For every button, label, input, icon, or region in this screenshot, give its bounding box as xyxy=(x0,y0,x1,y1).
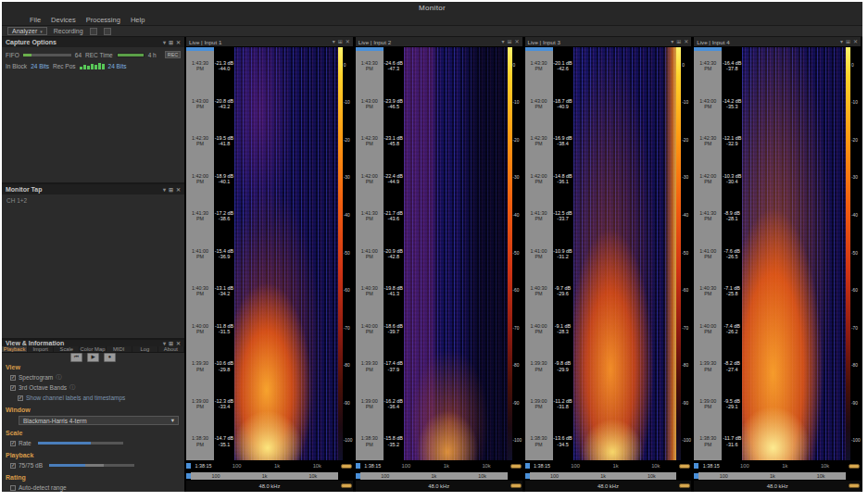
rec-button[interactable]: REC xyxy=(165,51,181,58)
menu-icon[interactable]: ▾ xyxy=(671,39,673,44)
rewind-button[interactable]: ⏮ xyxy=(70,353,82,362)
popout-icon[interactable]: ⊞ xyxy=(169,187,173,193)
scrollbar-track[interactable]: 1001k10k xyxy=(360,472,508,480)
menu-icon[interactable]: ▾ xyxy=(163,40,166,45)
samplerate-label: 48.0 kHz xyxy=(598,483,619,489)
legend-tick: -100 xyxy=(344,439,353,444)
time-suffix: PM xyxy=(192,216,208,221)
level-slider[interactable] xyxy=(38,442,123,445)
level-label: -9.7 dB-29.6 xyxy=(553,285,573,296)
level-slider[interactable] xyxy=(49,464,134,467)
horizontal-scrollbar[interactable]: 1001k10k xyxy=(694,471,861,481)
menu-icon[interactable]: ▾ xyxy=(501,39,504,44)
window-function-dropdown[interactable]: Blackman-Harris 4-term▾ xyxy=(19,416,179,425)
horizontal-scrollbar[interactable]: 1001k10k xyxy=(525,471,692,481)
tab-playback[interactable]: Playback xyxy=(2,346,28,352)
menu-icon[interactable]: ▾ xyxy=(333,39,335,44)
spectrogram-display[interactable] xyxy=(404,47,508,460)
spectrogram-display[interactable] xyxy=(742,47,846,460)
option-row: ✓3rd Octave Bandsⓘ xyxy=(2,382,184,393)
level-scale: -20.1 dB-42.6-18.7 dB-40.9-16.9 dB-38.4-… xyxy=(553,47,573,460)
tab-midi[interactable]: MIDI xyxy=(107,346,132,352)
scrollbar-track[interactable]: 1001k10k xyxy=(698,472,846,480)
range-down-button[interactable] xyxy=(341,483,352,488)
info-panel: View & Information ▾⊞✕ PlaybackImportSca… xyxy=(2,340,184,492)
close-icon[interactable]: ✕ xyxy=(514,39,519,44)
level-value-2: -35.2 xyxy=(384,442,404,447)
analyzer-dropdown[interactable]: Analyzer ▾ xyxy=(7,27,47,35)
menu-item-processing[interactable]: Processing xyxy=(86,16,120,24)
checkbox[interactable]: ✓ xyxy=(10,441,16,446)
level-label: -15.4 dB-36.9 xyxy=(214,248,234,259)
option-label: Rate xyxy=(19,440,31,446)
info-icon[interactable]: ⓘ xyxy=(56,373,61,382)
tab-scale[interactable]: Scale xyxy=(54,346,80,352)
frequency-ticks: 1001k10k xyxy=(555,463,677,469)
level-label: -17.2 dB-38.6 xyxy=(214,210,234,221)
legend-tick: -20 xyxy=(851,139,861,144)
legend-ticks: 0-10-20-30-40-50-60-70-80-90-100 xyxy=(343,47,353,460)
fifo-slider[interactable] xyxy=(23,54,71,56)
level-label: -24.6 dB-47.3 xyxy=(384,60,404,71)
level-label: -23.1 dB-45.8 xyxy=(384,135,404,146)
range-down-button[interactable] xyxy=(510,483,522,488)
capture-row-fifo: FIFO 64 REC Time 4 h REC xyxy=(6,49,181,60)
menu-icon[interactable]: ▾ xyxy=(840,39,843,44)
range-up-button[interactable] xyxy=(510,464,522,469)
menu-item-file[interactable]: File xyxy=(30,16,41,24)
close-icon[interactable]: ✕ xyxy=(684,39,688,44)
section-header: Playback xyxy=(2,450,184,460)
time-value: 1:41:00 xyxy=(699,248,716,254)
range-up-button[interactable] xyxy=(849,464,860,469)
range-down-button[interactable] xyxy=(679,483,690,488)
info-icon[interactable]: ⓘ xyxy=(69,383,75,392)
section-view: View✓Spectrogramⓘ✓3rd Octave Bandsⓘ✓Show… xyxy=(2,362,184,405)
level-value-2: -37.8 xyxy=(722,66,742,71)
checkbox[interactable]: ✓ xyxy=(18,395,23,401)
time-scale[interactable]: 1:43:30PM1:43:00PM1:42:30PM1:42:00PM1:41… xyxy=(356,47,384,460)
tab-color-map[interactable]: Color Map xyxy=(80,346,106,352)
scrollbar-track[interactable]: 1001k10k xyxy=(530,472,677,480)
close-icon[interactable]: ✕ xyxy=(853,39,858,44)
horizontal-scrollbar[interactable]: 1001k10k xyxy=(356,471,522,481)
close-icon[interactable]: ✕ xyxy=(346,39,350,44)
close-icon[interactable]: ✕ xyxy=(176,187,181,193)
monitor-channel-label: CH 1+2 xyxy=(6,197,27,204)
time-scale[interactable]: 1:43:30PM1:43:00PM1:42:30PM1:42:00PM1:41… xyxy=(525,47,553,460)
tab-log[interactable]: Log xyxy=(132,346,158,352)
time-scale[interactable]: 1:43:30PM1:43:00PM1:42:30PM1:42:00PM1:41… xyxy=(694,47,722,460)
option-row: ✓Show channel labels and timestamps xyxy=(2,393,184,403)
level-label: -7.4 dB-26.2 xyxy=(722,323,742,334)
record-button[interactable]: ● xyxy=(104,353,116,362)
spectrogram-display[interactable] xyxy=(573,47,677,460)
popout-icon[interactable]: ⊞ xyxy=(676,39,681,44)
menu-item-help[interactable]: Help xyxy=(131,16,145,24)
record-button[interactable] xyxy=(90,28,97,35)
play-button[interactable]: ▶ xyxy=(87,353,99,362)
time-suffix: PM xyxy=(531,179,547,184)
checkbox[interactable]: ✓ xyxy=(10,463,16,469)
time-scale[interactable]: 1:43:30PM1:43:00PM1:42:30PM1:42:00PM1:41… xyxy=(186,47,214,460)
spectrogram-display[interactable] xyxy=(234,47,338,460)
scrollbar-track[interactable]: 1001k10k xyxy=(191,472,338,480)
popout-icon[interactable]: ⊞ xyxy=(169,40,173,45)
checkbox[interactable]: ✓ xyxy=(10,375,16,381)
range-up-button[interactable] xyxy=(341,464,352,469)
tab-import[interactable]: Import xyxy=(28,346,54,352)
tab-about[interactable]: About xyxy=(158,346,184,352)
menu-icon[interactable]: ▾ xyxy=(163,187,166,193)
range-up-button[interactable] xyxy=(679,464,690,469)
level-label: -18.6 dB-39.7 xyxy=(384,323,404,334)
popout-icon[interactable]: ⊞ xyxy=(507,39,511,44)
scrollbar-tick: 100 xyxy=(550,473,559,479)
samplerate-label: 48.0 kHz xyxy=(258,483,280,489)
checkbox[interactable] xyxy=(10,485,16,491)
range-down-button[interactable] xyxy=(849,483,860,488)
popout-icon[interactable]: ⊞ xyxy=(846,39,850,44)
checkbox[interactable]: ✓ xyxy=(10,385,16,391)
popout-icon[interactable]: ⊞ xyxy=(338,39,343,44)
stop-button[interactable] xyxy=(104,28,111,35)
close-icon[interactable]: ✕ xyxy=(176,40,181,45)
menu-item-devices[interactable]: Devices xyxy=(51,16,76,24)
horizontal-scrollbar[interactable]: 1001k10k xyxy=(186,471,353,481)
